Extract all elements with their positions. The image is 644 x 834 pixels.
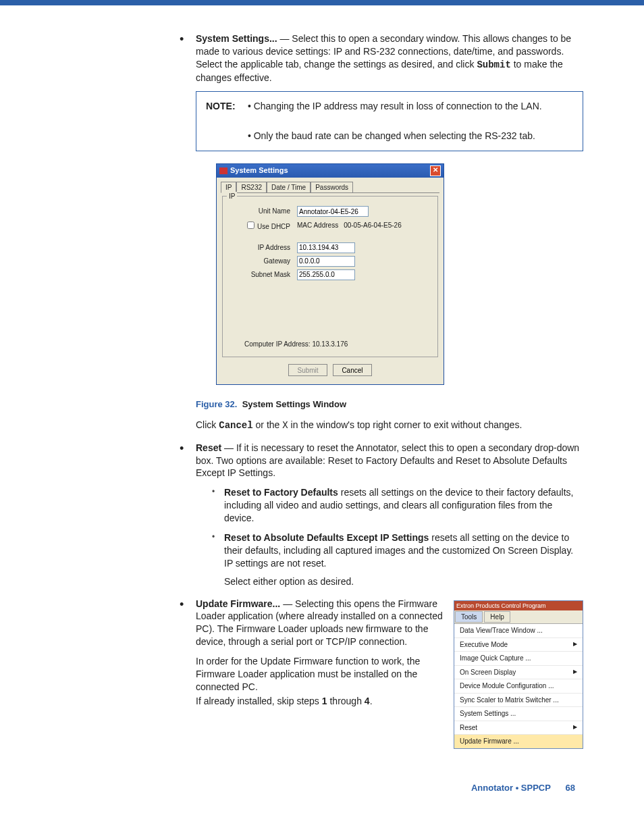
dropdown-item[interactable]: On Screen Display▶ [454,666,583,680]
menu-tools[interactable]: Tools [455,611,483,623]
after-figure-para: Click Cancel or the X in the window's to… [196,419,583,432]
figure-number: Figure 32. [196,399,237,409]
reset-text: — If it is necessary to reset the Annota… [196,442,579,479]
system-settings-title: System Settings... [196,33,277,44]
chevron-right-icon: ▶ [573,641,577,648]
note-box: NOTE: • Changing the IP address may resu… [196,91,583,151]
ip-input[interactable] [297,242,355,253]
system-settings-dialog: System Settings ✕ IP RS232 Date / Time P… [216,163,444,386]
dropdown-item[interactable]: Reset▶ [454,721,583,735]
dialog-submit-button[interactable]: Submit [288,364,327,376]
p2b-mid: through [327,696,365,706]
bullet-update-firmware: Extron Products Control Program Tools He… [176,598,583,756]
group-title: IP [227,192,237,201]
chevron-right-icon: ▶ [573,724,577,731]
label-subnet: Subnet Mask [230,270,297,280]
app-icon [219,167,227,174]
dialog-titlebar: System Settings ✕ [217,164,444,178]
label-mac: MAC Address [297,221,338,230]
comp-ip-label: Computer IP Address: [244,340,311,348]
dropdown-item[interactable]: Update Firmware ... [454,735,583,748]
note-label: NOTE: [206,99,245,113]
comp-ip-value: 10.13.3.176 [312,340,348,348]
p2b-4: 4 [365,696,370,706]
dhcp-checkbox[interactable] [247,221,254,229]
note-line2: • Only the baud rate can be changed when… [248,130,535,141]
af-pre: Click [196,419,219,430]
dropdown-item[interactable]: Image Quick Capture ... [454,652,583,666]
top-accent-bar [0,0,644,5]
dropdown-item[interactable]: Sync Scaler to Matrix Switcher ... [454,694,583,708]
sub1-title: Reset to Factory Defaults [224,487,338,498]
dropdown-item[interactable]: Device Module Configuration ... [454,679,583,694]
tools-dropdown-list: Data View/Trace Window ...Executive Mode… [454,624,583,748]
dialog-cancel-button[interactable]: Cancel [333,364,371,376]
p2b-pre: If already installed, skip steps [196,696,322,706]
unitname-input[interactable] [297,206,369,217]
page-footer: Annotator • SPPCP 68 [176,783,583,793]
gateway-input[interactable] [297,256,355,267]
bullet-system-settings: System Settings... — Select this to open… [176,32,583,432]
sub-factory-defaults: Reset to Factory Defaults resets all set… [212,486,583,525]
reset-title: Reset [196,442,221,453]
program-titlebar: Extron Products Control Program [454,601,583,610]
close-icon[interactable]: ✕ [430,165,441,176]
menu-help[interactable]: Help [484,611,510,623]
ip-groupbox: IP Unit Name Use DHCP MAC Address 00-05-… [222,196,438,357]
dialog-tabs: IP RS232 Date / Time Passwords [221,182,439,194]
label-dhcp: Use DHCP [257,223,290,230]
dropdown-item[interactable]: Data View/Trace Window ... [454,624,583,638]
bullet-reset: Reset — If it is necessary to reset the … [176,442,583,588]
footer-page: 68 [566,783,575,793]
label-ip: IP Address [230,243,297,253]
select-option-text: Select either option as desired. [224,575,583,588]
tab-datetime[interactable]: Date / Time [267,182,311,193]
figure-title: System Settings Window [242,399,346,409]
chevron-right-icon: ▶ [573,669,577,676]
submit-keyword: Submit [477,59,510,70]
af-mid: or the [253,419,283,430]
dropdown-item[interactable]: Executive Mode▶ [454,638,583,652]
af-cancel: Cancel [219,420,252,431]
subnet-input[interactable] [297,269,355,280]
figure-caption: Figure 32. System Settings Window [196,398,583,411]
af-post: in the window's top right corner to exit… [288,419,522,430]
tools-dropdown-screenshot: Extron Products Control Program Tools He… [454,600,583,749]
label-gateway: Gateway [230,257,297,266]
footer-doc: Annotator • SPPCP [471,783,551,793]
dropdown-item[interactable]: System Settings ... [454,707,583,721]
sub-absolute-defaults: Reset to Absolute Defaults Except IP Set… [212,531,583,588]
p2b-post: . [370,696,373,706]
p2b-1: 1 [322,696,327,706]
tab-rs232[interactable]: RS232 [236,182,267,193]
note-line1: • Changing the IP address may result in … [248,101,542,111]
sub2-title: Reset to Absolute Defaults Except IP Set… [224,532,429,543]
af-x: X [282,420,288,431]
dialog-title: System Settings [230,166,288,174]
mac-value: 00-05-A6-04-E5-26 [344,221,402,230]
label-unitname: Unit Name [230,207,297,216]
update-title: Update Firmware... [196,598,280,609]
tab-passwords[interactable]: Passwords [311,182,353,193]
